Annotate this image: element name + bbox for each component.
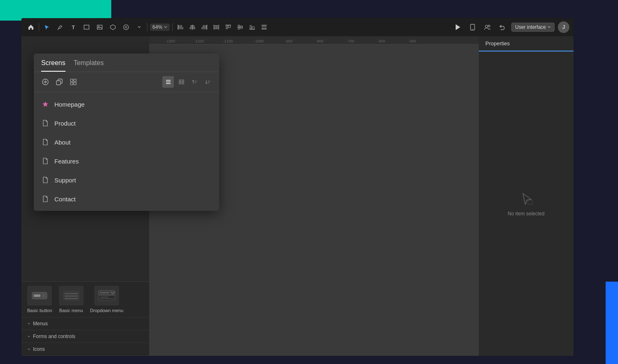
play-button[interactable] [452,21,464,33]
contact-doc-icon [41,194,49,203]
zoom-control[interactable]: 64% [150,23,170,31]
icons-category-label: Icons [33,346,45,352]
component-item-basic-menu[interactable]: Basic menu [59,286,84,313]
ruler-mark: -900 [285,39,293,43]
screen-item-about[interactable]: About [34,133,219,152]
support-doc-icon [41,175,49,184]
svg-marker-4 [110,25,115,30]
distribute-h-button[interactable] [211,22,222,33]
no-item-label: No item selected [508,211,544,217]
svg-rect-65 [179,80,181,82]
svg-rect-59 [74,79,76,82]
svg-rect-52 [528,200,533,204]
add-tool-button[interactable] [121,22,131,33]
app-window: T [21,18,574,356]
text-tool-button[interactable]: T [68,22,79,33]
screen-item-homepage[interactable]: Homepage [34,95,219,114]
blue-accent [606,282,618,364]
ui-selector-label: User interface [515,24,546,30]
icons-category[interactable]: Icons [21,343,149,356]
features-doc-icon [41,156,49,166]
toolbar: T [21,18,574,36]
align-middle-v-button[interactable] [235,22,246,33]
dropdown-list-view-button[interactable] [162,76,174,88]
svg-rect-60 [70,82,73,85]
dropdown-sort-desc-button[interactable] [202,76,213,88]
svg-rect-18 [217,26,218,29]
ruler-mark: -500 [409,39,416,43]
svg-line-0 [58,29,59,30]
ruler-mark: -800 [316,39,323,43]
toolbar-divider-1 [39,23,39,31]
align-top-button[interactable] [223,22,234,33]
mobile-preview-button[interactable] [467,21,478,33]
cursor-tool-button[interactable] [55,22,66,33]
ruler-mark: -1200 [194,39,204,43]
component-tool-button[interactable] [108,22,118,33]
add-dropdown-button[interactable] [134,22,145,33]
menus-category-label: Menus [33,321,48,327]
home-button[interactable] [26,22,36,33]
ruler-mark: -600 [378,39,385,43]
dropdown-duplicate-button[interactable] [54,76,65,88]
screen-item-support[interactable]: Support [34,170,219,189]
ruler-mark: -1300 [166,39,175,43]
svg-rect-51 [98,299,115,301]
svg-rect-9 [178,28,183,29]
svg-rect-22 [228,25,230,28]
component-label-basic-menu: Basic menu [59,308,83,313]
distribute-v-button[interactable] [259,22,269,33]
screen-item-product[interactable]: Product [34,114,219,133]
screen-name-product: Product [54,120,76,127]
dropdown-tab-screens[interactable]: Screens [41,59,66,72]
dropdown-add-screen-button[interactable] [40,76,51,88]
component-item-dropdown-menu[interactable]: Dropdown menu [90,286,124,313]
dropdown-tab-templates[interactable]: Templates [74,59,104,72]
svg-rect-8 [178,26,182,27]
align-right-button[interactable] [199,22,210,33]
toolbar-divider-2 [147,23,147,31]
pointer-tool-button[interactable] [42,22,52,33]
screen-item-features[interactable]: Features [34,152,219,170]
homepage-star-icon [41,100,49,109]
screen-name-about: About [54,139,70,146]
about-doc-icon [41,138,49,147]
undo-button[interactable] [496,21,508,33]
dropdown-tabs: Screens Templates [34,54,219,72]
svg-rect-66 [182,80,184,82]
component-grid: Basic button Basic menu [21,282,149,317]
svg-rect-30 [262,26,266,26]
forms-controls-category[interactable]: Forms and controls [21,330,149,343]
align-left-button[interactable] [175,22,186,33]
component-icon-basic-menu [59,286,84,306]
ruler-horizontal: -1300 -1200 -1100 -1000 -900 -800 -700 -… [149,36,479,44]
screens-dropdown: Screens Templates [34,54,219,211]
svg-point-37 [488,25,490,27]
svg-rect-27 [250,26,251,29]
svg-rect-68 [182,82,184,84]
svg-rect-61 [74,82,76,85]
dropdown-toolbar [34,72,219,92]
ui-selector[interactable]: User interface [511,23,555,32]
svg-rect-28 [252,27,254,29]
menus-category[interactable]: Menus [21,317,149,330]
dropdown-add-component-button[interactable] [68,76,79,88]
properties-header: Properties [479,36,574,51]
rect-tool-button[interactable] [81,22,92,33]
user-avatar[interactable]: J [558,21,569,33]
toolbar-right: User interface J [452,21,569,33]
align-bottom-button[interactable] [247,22,258,33]
svg-rect-15 [202,28,207,29]
screen-item-contact[interactable]: Contact [34,189,219,208]
component-icon-basic-button [27,286,52,306]
image-tool-button[interactable] [94,22,105,33]
align-center-h-button[interactable] [187,22,198,33]
screen-name-support: Support [54,177,76,184]
dropdown-grid-view-button[interactable] [176,76,187,88]
properties-title: Properties [485,40,510,47]
dropdown-sort-asc-button[interactable] [189,76,200,88]
dropdown-screen-list: Homepage Product [34,92,219,211]
collaboration-button[interactable] [482,21,493,33]
svg-rect-17 [215,26,216,29]
component-item-basic-button[interactable]: Basic button [27,286,52,313]
